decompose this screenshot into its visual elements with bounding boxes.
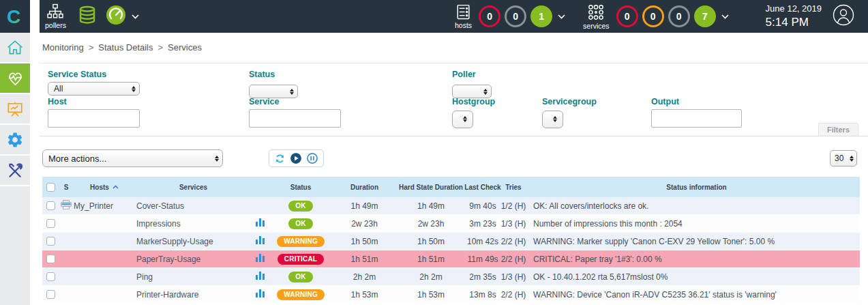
- breadcrumb: Monitoring>Status Details>Services: [42, 42, 202, 53]
- counter-badge[interactable]: 7: [694, 5, 716, 27]
- column-header-status-information[interactable]: Status information: [526, 184, 860, 191]
- poller-select[interactable]: [452, 85, 492, 98]
- pollers-icon: [46, 3, 64, 20]
- column-header-tries[interactable]: Tries: [500, 184, 526, 191]
- counter-badge[interactable]: 0: [668, 5, 690, 27]
- table-row[interactable]: Printer-Hardware WARNING 1h 53m 1h 53m 1…: [42, 286, 860, 304]
- play-auto-refresh-button[interactable]: [290, 152, 302, 164]
- hosts-status-menu[interactable]: hosts: [455, 3, 472, 29]
- row-checkbox[interactable]: [46, 237, 55, 246]
- hard-state-duration-cell: 1h 53m: [397, 290, 465, 300]
- service-link[interactable]: Ping: [136, 272, 153, 282]
- duration-cell: 1h 53m: [332, 290, 397, 300]
- poller-menu-chevron-down-icon[interactable]: [132, 14, 139, 19]
- hostgroup-select[interactable]: [452, 111, 473, 128]
- gear-icon: [6, 131, 24, 149]
- table-row[interactable]: Impressions OK 2w 23h 2w 23h 3m 23s 1/3 …: [42, 215, 860, 233]
- table-row[interactable]: MarkerSupply-Usage WARNING 1h 50m 1h 50m…: [42, 233, 860, 250]
- row-checkbox[interactable]: [46, 201, 55, 210]
- select-arrows-icon: [483, 89, 488, 95]
- sidebar-spacer: [0, 186, 30, 305]
- services-status-menu[interactable]: services: [583, 3, 610, 30]
- row-checkbox[interactable]: [46, 272, 55, 281]
- status-select[interactable]: [249, 85, 298, 98]
- status-information-cell: CRITICAL: Paper tray '1#3': 0.00 %: [526, 255, 860, 264]
- service-link[interactable]: Cover-Status: [136, 201, 184, 211]
- column-header-hard-state-duration[interactable]: Hard State Duration: [397, 184, 465, 191]
- select-all-checkbox[interactable]: [46, 183, 55, 192]
- service-input[interactable]: [249, 109, 341, 128]
- column-header-status[interactable]: Status: [269, 184, 332, 191]
- sidebar-item-monitoring[interactable]: [0, 63, 30, 93]
- database-status-icon[interactable]: [77, 5, 98, 28]
- status-badge: CRITICAL: [278, 254, 324, 265]
- breadcrumb-item[interactable]: Monitoring: [42, 42, 84, 53]
- filters-panel-toggle[interactable]: Filters: [818, 123, 858, 136]
- hard-state-duration-cell: 2w 23h: [397, 219, 465, 229]
- column-header-duration[interactable]: Duration: [332, 184, 397, 191]
- table-row[interactable]: Ping OK 2h 2m 2h 2m 2m 35s 1/3 (H) OK - …: [42, 268, 860, 286]
- breadcrumb-item[interactable]: Status Details: [98, 42, 153, 53]
- chart-icon[interactable]: [256, 272, 265, 282]
- chart-icon[interactable]: [256, 254, 265, 264]
- status-badge: OK: [288, 272, 312, 282]
- row-checkbox[interactable]: [46, 219, 55, 228]
- column-header-services[interactable]: Services: [135, 184, 250, 191]
- pollers-menu[interactable]: pollers: [45, 3, 66, 29]
- host-label: Host: [48, 97, 140, 106]
- breadcrumb-item[interactable]: Services: [168, 42, 202, 53]
- service-link[interactable]: Printer-Hardware: [136, 290, 198, 300]
- last-check-cell: 3m 23s: [465, 219, 500, 229]
- pause-auto-refresh-button[interactable]: [306, 152, 318, 164]
- status-label: Status: [249, 70, 298, 79]
- services-label: services: [583, 23, 610, 30]
- table-row[interactable]: PaperTray-Usage CRITICAL 1h 51m 1h 51m 1…: [42, 250, 860, 268]
- sidebar-item-configuration[interactable]: [0, 125, 30, 154]
- counter-badge[interactable]: 0: [505, 5, 526, 27]
- user-avatar[interactable]: [833, 4, 854, 29]
- host-link[interactable]: My_Printer: [74, 201, 113, 211]
- services-table: S Hosts Services Status Duration Hard St…: [42, 177, 860, 304]
- counter-badge[interactable]: 0: [479, 5, 500, 27]
- output-input[interactable]: [651, 109, 742, 128]
- tries-cell: 2/2 (H): [500, 237, 526, 246]
- chart-icon[interactable]: [256, 218, 265, 229]
- services-chevron-down-icon[interactable]: [721, 14, 729, 19]
- chart-icon[interactable]: [256, 236, 265, 246]
- sidebar-item-administration[interactable]: [0, 156, 30, 185]
- duration-cell: 2h 2m: [332, 272, 397, 282]
- counter-badge[interactable]: 0: [642, 5, 664, 27]
- service-link[interactable]: Impressions: [136, 219, 181, 229]
- select-arrows-icon: [132, 86, 136, 92]
- service-link[interactable]: MarkerSupply-Usage: [136, 237, 213, 246]
- centreon-logo-icon: C: [5, 5, 25, 27]
- column-header-last-check[interactable]: Last Check: [465, 184, 500, 191]
- hosts-counters: 001: [479, 5, 552, 27]
- sidebar-item-reporting[interactable]: [0, 94, 30, 124]
- service-status-label: Service Status: [48, 70, 140, 79]
- service-status-select[interactable]: All: [48, 82, 140, 96]
- service-link[interactable]: PaperTray-Usage: [136, 255, 200, 264]
- sidebar-item-home[interactable]: [0, 33, 30, 62]
- counter-badge[interactable]: 0: [616, 5, 638, 27]
- refresh-button[interactable]: [274, 153, 286, 164]
- host-input[interactable]: [48, 109, 140, 128]
- row-checkbox[interactable]: [46, 255, 55, 263]
- clock: June 12, 2019 5:14 PM: [766, 3, 822, 29]
- tries-cell: 2/2 (H): [500, 255, 526, 264]
- row-checkbox[interactable]: [46, 290, 55, 299]
- hosts-chevron-down-icon[interactable]: [558, 14, 565, 19]
- centreon-logo[interactable]: C: [0, 0, 30, 33]
- servicegroup-select[interactable]: [542, 111, 563, 128]
- table-row[interactable]: My_Printer Cover-Status OK 1h 49m 1h 49m…: [42, 197, 860, 215]
- filter-panel: Service Status All Status Poller Host: [40, 63, 868, 136]
- counter-badge[interactable]: 1: [530, 5, 552, 27]
- column-header-s[interactable]: S: [59, 184, 74, 191]
- more-actions-select[interactable]: More actions...: [42, 149, 223, 167]
- page-size-select[interactable]: 30: [830, 150, 857, 166]
- column-header-hosts[interactable]: Hosts: [74, 184, 135, 191]
- heart-pulse-icon: [6, 69, 25, 87]
- select-arrows-icon: [850, 156, 854, 162]
- gauge-status-icon[interactable]: [106, 5, 126, 28]
- chart-icon[interactable]: [256, 289, 265, 300]
